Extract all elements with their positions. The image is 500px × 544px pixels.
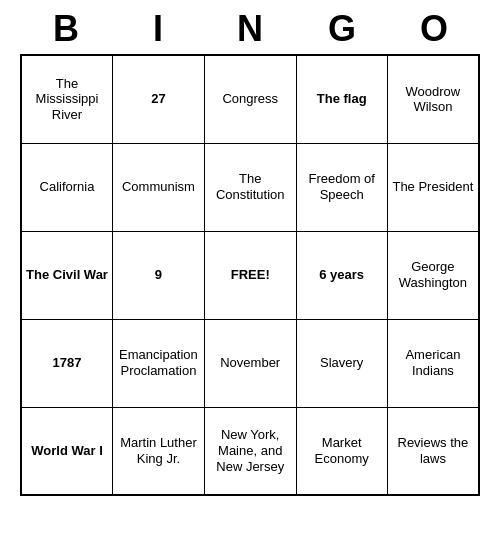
cell-r1-c3: Freedom of Speech (296, 143, 387, 231)
cell-r3-c0: 1787 (21, 319, 113, 407)
cell-r2-c3: 6 years (296, 231, 387, 319)
cell-r4-c0: World War I (21, 407, 113, 495)
cell-r2-c2: FREE! (204, 231, 296, 319)
cell-r0-c0: The Mississippi River (21, 55, 113, 143)
cell-r4-c4: Reviews the laws (387, 407, 479, 495)
cell-r1-c2: The Constitution (204, 143, 296, 231)
cell-r3-c4: American Indians (387, 319, 479, 407)
bingo-letter-I: I (114, 8, 202, 50)
cell-r0-c4: Woodrow Wilson (387, 55, 479, 143)
cell-r1-c0: California (21, 143, 113, 231)
cell-r4-c1: Martin Luther King Jr. (113, 407, 205, 495)
cell-r3-c3: Slavery (296, 319, 387, 407)
cell-r0-c3: The flag (296, 55, 387, 143)
bingo-grid: The Mississippi River27CongressThe flagW… (20, 54, 480, 496)
cell-r1-c4: The President (387, 143, 479, 231)
cell-r1-c1: Communism (113, 143, 205, 231)
cell-r4-c3: Market Economy (296, 407, 387, 495)
cell-r2-c4: George Washington (387, 231, 479, 319)
cell-r0-c2: Congress (204, 55, 296, 143)
bingo-letter-G: G (298, 8, 386, 50)
cell-r4-c2: New York, Maine, and New Jersey (204, 407, 296, 495)
bingo-letter-N: N (206, 8, 294, 50)
bingo-letter-B: B (22, 8, 110, 50)
cell-r2-c1: 9 (113, 231, 205, 319)
cell-r3-c2: November (204, 319, 296, 407)
cell-r0-c1: 27 (113, 55, 205, 143)
bingo-header: BINGO (20, 0, 480, 54)
cell-r2-c0: The Civil War (21, 231, 113, 319)
cell-r3-c1: Emancipation Proclamation (113, 319, 205, 407)
bingo-letter-O: O (390, 8, 478, 50)
